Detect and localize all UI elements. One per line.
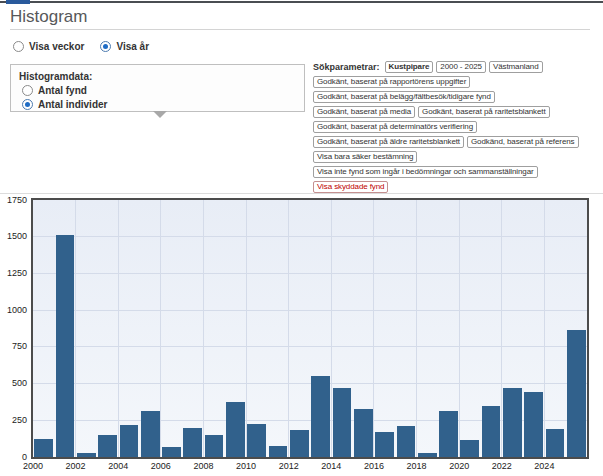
gridline-vertical xyxy=(203,200,204,457)
bar-2013[interactable] xyxy=(311,376,330,458)
search-tag-row: Godkänt, baserat på äldre raritetsblanke… xyxy=(313,136,603,148)
bar-2024[interactable] xyxy=(546,429,565,457)
gridline-horizontal xyxy=(33,383,587,384)
browser-edge-line xyxy=(0,1,603,3)
bar-2012[interactable] xyxy=(290,430,309,457)
x-axis-tick-label: 2004 xyxy=(101,461,135,471)
bar-2025[interactable] xyxy=(567,330,586,457)
x-axis-tick-label: 2008 xyxy=(186,461,220,471)
y-axis-tick-label: 0 xyxy=(0,452,27,462)
search-param-tag: Godkänt, baserat på belägg/fältbesök/tid… xyxy=(313,91,495,103)
radio-visa-veckor-label: Visa veckor xyxy=(29,41,84,52)
bar-2018[interactable] xyxy=(418,453,437,457)
gridline-vertical xyxy=(288,200,289,457)
radio-icon[interactable] xyxy=(13,41,24,52)
gridline-vertical xyxy=(118,200,119,457)
page-title: Histogram xyxy=(10,7,87,27)
x-axis-tick-label: 2022 xyxy=(485,461,519,471)
y-axis-tick-label: 250 xyxy=(0,415,27,425)
search-tag-row: Godkänt, baserat på belägg/fältbesök/tid… xyxy=(313,91,603,103)
y-axis-tick-label: 1250 xyxy=(0,268,27,278)
bar-2020[interactable] xyxy=(460,440,479,457)
radio-antal-fynd-label: Antal fynd xyxy=(38,85,87,96)
bar-2021[interactable] xyxy=(482,406,501,457)
browser-edge-accent xyxy=(6,0,30,4)
gridline-vertical xyxy=(246,200,247,457)
x-axis-tick-label: 2002 xyxy=(59,461,93,471)
radio-antal-individer[interactable]: Antal individer xyxy=(22,99,304,110)
x-axis-tick-label: 2020 xyxy=(442,461,476,471)
chart-section-divider xyxy=(0,193,603,194)
bar-2014[interactable] xyxy=(333,388,352,457)
bar-2001[interactable] xyxy=(56,235,75,457)
radio-icon[interactable] xyxy=(22,99,33,110)
gridline-vertical xyxy=(75,200,76,457)
search-tag-row: Godkänt, baserat på mediaGodkänt, basera… xyxy=(313,106,603,118)
search-param-tag: Godkänt, baserat på äldre raritetsblanke… xyxy=(313,136,464,148)
search-param-tag: Godkänt, baserat på determinatörs verifi… xyxy=(313,121,477,133)
y-axis-tick-label: 1750 xyxy=(0,195,27,205)
gridline-horizontal xyxy=(33,346,587,347)
bar-2005[interactable] xyxy=(141,411,160,457)
search-param-tag: Godkänt, baserat på rapportörens uppgift… xyxy=(313,76,470,88)
search-param-tag: Visa skyddade fynd xyxy=(313,181,388,193)
gridline-vertical xyxy=(544,200,545,457)
search-tag-row: Godkänt, baserat på rapportörens uppgift… xyxy=(313,76,603,88)
panel-pointer-icon xyxy=(153,111,167,118)
search-param-tag: Kustpipare xyxy=(385,61,434,73)
bar-2016[interactable] xyxy=(375,432,394,457)
bar-2007[interactable] xyxy=(183,428,202,457)
x-axis-tick-label: 2012 xyxy=(272,461,306,471)
bar-2023[interactable] xyxy=(524,392,543,457)
x-axis-tick-label: 2006 xyxy=(144,461,178,471)
bar-2011[interactable] xyxy=(269,446,288,457)
histogramdata-title: Histogramdata: xyxy=(19,71,304,82)
bar-2017[interactable] xyxy=(397,426,416,457)
search-param-tag: Godkänt, baserat på media xyxy=(313,106,415,118)
radio-icon[interactable] xyxy=(100,41,111,52)
bar-2019[interactable] xyxy=(439,411,458,457)
search-tag-row: Visa bara säker bestämning xyxy=(313,151,603,163)
gridline-vertical xyxy=(373,200,374,457)
x-axis-tick-label: 2014 xyxy=(314,461,348,471)
radio-visa-veckor[interactable]: Visa veckor xyxy=(13,41,84,52)
bar-2003[interactable] xyxy=(98,435,117,457)
bar-2000[interactable] xyxy=(34,439,53,457)
search-tag-list: Sökparametrar:Kustpipare2000 - 2025Västm… xyxy=(313,61,603,193)
search-parameters-label: Sökparametrar: xyxy=(313,62,380,72)
bar-2008[interactable] xyxy=(205,435,224,457)
radio-visa-ar[interactable]: Visa år xyxy=(100,41,149,52)
y-axis-tick-label: 750 xyxy=(0,341,27,351)
search-tag-row: Godkänt, baserat på determinatörs verifi… xyxy=(313,121,603,133)
x-axis-tick-label: 2024 xyxy=(527,461,561,471)
view-toggle-group: Visa veckor Visa år xyxy=(13,41,149,52)
x-axis-tick-label: 2010 xyxy=(229,461,263,471)
bar-2006[interactable] xyxy=(162,447,181,457)
y-axis-tick-label: 1000 xyxy=(0,305,27,315)
gridline-horizontal xyxy=(33,273,587,274)
search-tag-row: Sökparametrar:Kustpipare2000 - 2025Västm… xyxy=(313,61,603,73)
radio-antal-fynd[interactable]: Antal fynd xyxy=(22,85,304,96)
bar-2010[interactable] xyxy=(247,424,266,457)
search-param-tag: Godkänt, baserat på raritetsblankett xyxy=(418,106,550,118)
gridline-horizontal xyxy=(33,236,587,237)
radio-icon[interactable] xyxy=(22,85,33,96)
x-axis-tick-label: 2018 xyxy=(400,461,434,471)
radio-visa-ar-label: Visa år xyxy=(116,41,149,52)
search-param-tag: 2000 - 2025 xyxy=(436,61,486,73)
gridline-vertical xyxy=(459,200,460,457)
bar-2002[interactable] xyxy=(77,453,96,457)
histogram-plot: 0250500750100012501500175020002002200420… xyxy=(31,198,589,459)
gridline-vertical xyxy=(416,200,417,457)
search-param-tag: Västmanland xyxy=(489,61,543,73)
radio-antal-individer-label: Antal individer xyxy=(38,99,107,110)
bar-2015[interactable] xyxy=(354,409,373,457)
gridline-vertical xyxy=(160,200,161,457)
bar-2022[interactable] xyxy=(503,388,522,457)
search-param-tag: Visa bara säker bestämning xyxy=(313,151,417,163)
histogramdata-panel: Histogramdata: Antal fynd Antal individe… xyxy=(10,64,305,112)
bar-2009[interactable] xyxy=(226,402,245,457)
search-param-tag: Godkänd, baserat på referens xyxy=(467,136,579,148)
y-axis-tick-label: 1500 xyxy=(0,231,27,241)
bar-2004[interactable] xyxy=(120,425,139,457)
